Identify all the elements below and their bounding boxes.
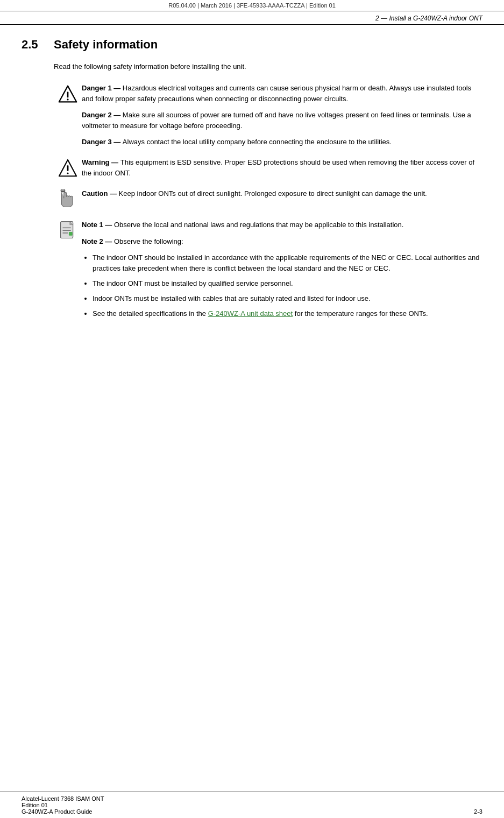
svg-point-2 <box>67 98 68 100</box>
warning-text: Warning — This equipment is ESD sensitiv… <box>82 157 482 179</box>
footer-line3: G-240WZ-A Product Guide <box>22 808 104 815</box>
page-content: 2.5 Safety information Read the followin… <box>0 25 504 355</box>
intro-text: Read the following safety information be… <box>54 61 482 72</box>
footer-page: 2-3 <box>474 808 482 815</box>
caution-icon <box>59 189 77 210</box>
danger-icon-container <box>54 83 82 104</box>
warning-notice-block: Warning — This equipment is ESD sensitiv… <box>54 157 482 179</box>
danger-2-text: Danger 2 — Make sure all sources of powe… <box>82 110 482 131</box>
warning-icon-container <box>54 157 82 179</box>
bullet-1: The indoor ONT should be installed in ac… <box>93 252 482 274</box>
danger-icon <box>58 84 78 104</box>
svg-point-5 <box>67 173 68 174</box>
danger-2-label: Danger 2 — <box>82 111 123 119</box>
note-icon-container <box>54 220 82 243</box>
footer-line2: Edition 01 <box>22 802 104 808</box>
svg-rect-4 <box>67 166 69 171</box>
unit-data-sheet-link[interactable]: G-240WZ-A unit data sheet <box>208 309 293 318</box>
subheader-text: 2 — Install a G-240WZ-A indoor ONT <box>375 15 482 22</box>
svg-rect-14 <box>69 232 73 236</box>
note-2-label: Note 2 — <box>82 237 114 245</box>
warning-label: Warning — <box>82 158 120 166</box>
danger-text-group: Danger 1 — Hazardous electrical voltages… <box>82 83 482 148</box>
svg-rect-1 <box>67 91 69 97</box>
danger-notice-block: Danger 1 — Hazardous electrical voltages… <box>54 83 482 148</box>
note-text-group: Note 1 — Observe the local and national … <box>82 220 482 323</box>
danger-3-label: Danger 3 — <box>82 138 123 146</box>
note-notice-block: Note 1 — Observe the local and national … <box>54 220 482 323</box>
header-text: R05.04.00 | March 2016 | 3FE-45933-AAAA-… <box>168 2 336 9</box>
warning-icon <box>58 158 77 179</box>
caution-text: Caution — Keep indoor ONTs out of direct… <box>82 188 482 199</box>
note-1-label: Note 1 — <box>82 221 114 229</box>
bullet-2: The indoor ONT must be installed by qual… <box>93 278 482 289</box>
note-1-text: Note 1 — Observe the local and national … <box>82 220 482 230</box>
caution-label: Caution — <box>82 189 119 198</box>
footer-right: 2-3 <box>474 808 482 815</box>
caution-icon-container <box>54 188 82 210</box>
page-footer: Alcatel-Lucent 7368 ISAM ONT Edition 01 … <box>0 792 504 818</box>
danger-3-text: Danger 3 — Always contact the local util… <box>82 137 482 147</box>
footer-line1: Alcatel-Lucent 7368 ISAM ONT <box>22 795 104 802</box>
section-title-row: 2.5 Safety information <box>22 38 482 52</box>
bullet-3: Indoor ONTs must be installed with cable… <box>93 293 482 304</box>
danger-1-text: Danger 1 — Hazardous electrical voltages… <box>82 83 482 104</box>
section-number: 2.5 <box>22 38 54 52</box>
footer-left: Alcatel-Lucent 7368 ISAM ONT Edition 01 … <box>22 795 104 815</box>
warning-text-group: Warning — This equipment is ESD sensitiv… <box>82 157 482 179</box>
note-icon <box>58 221 77 243</box>
caution-text-group: Caution — Keep indoor ONTs out of direct… <box>82 188 482 199</box>
note-bullet-list: The indoor ONT should be installed in ac… <box>93 252 482 320</box>
bullet-4: See the detailed specifications in the G… <box>93 308 482 319</box>
caution-notice-block: Caution — Keep indoor ONTs out of direct… <box>54 188 482 210</box>
page-subheader: 2 — Install a G-240WZ-A indoor ONT <box>0 11 504 25</box>
danger-1-label: Danger 1 — <box>82 84 123 92</box>
page-header: R05.04.00 | March 2016 | 3FE-45933-AAAA-… <box>0 0 504 11</box>
note-2-text: Note 2 — Observe the following: <box>82 236 482 247</box>
section-title: Safety information <box>54 38 158 52</box>
